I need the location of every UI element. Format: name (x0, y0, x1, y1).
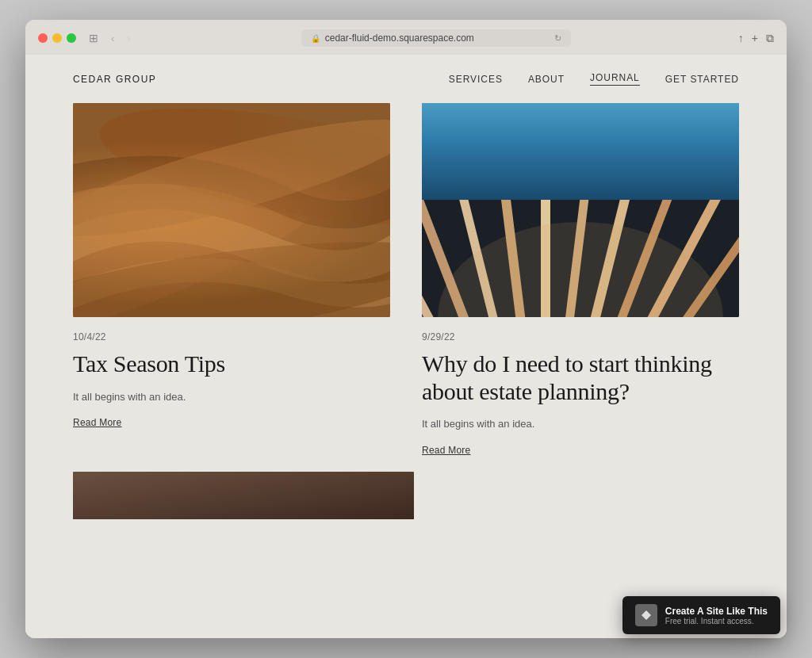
svg-point-3 (73, 221, 390, 317)
blog-excerpt-2: It all begins with an idea. (422, 416, 739, 432)
page-content: CEDAR GROUP SERVICES ABOUT JOURNAL GET S… (25, 55, 787, 638)
window-icon[interactable]: ⊞ (86, 30, 102, 46)
back-button[interactable]: ‹ (108, 31, 117, 46)
site-nav: CEDAR GROUP SERVICES ABOUT JOURNAL GET S… (25, 55, 787, 103)
nav-services[interactable]: SERVICES (449, 74, 503, 85)
blog-excerpt-1: It all begins with an idea. (73, 389, 390, 405)
squarespace-banner[interactable]: Create A Site Like This Free trial. Inst… (622, 596, 780, 634)
nav-links: SERVICES ABOUT JOURNAL GET STARTED (449, 72, 739, 86)
partial-svg (73, 472, 414, 519)
estate-svg (422, 103, 739, 317)
address-bar[interactable]: 🔒 cedar-fluid-demo.squarespace.com ↻ (301, 29, 571, 47)
blog-title-2: Why do I need to start thinking about es… (422, 350, 739, 405)
maximize-button[interactable] (67, 33, 76, 43)
blog-card-1: 10/4/22 Tax Season Tips It all begins wi… (73, 103, 390, 456)
nav-get-started[interactable]: GET STARTED (665, 74, 739, 85)
estate-image (422, 103, 739, 317)
squarespace-icon (635, 604, 657, 626)
svg-point-2 (91, 103, 390, 248)
nav-journal[interactable]: JOURNAL (590, 72, 640, 86)
url-text: cedar-fluid-demo.squarespace.com (325, 33, 474, 44)
lock-icon: 🔒 (311, 34, 320, 43)
tax-image (73, 103, 390, 317)
reload-icon[interactable]: ↻ (554, 33, 561, 44)
site-logo[interactable]: CEDAR GROUP (73, 74, 156, 85)
svg-rect-0 (73, 103, 390, 317)
tax-svg (73, 103, 390, 317)
blog-image-1[interactable] (73, 103, 390, 317)
browser-window: ⊞ ‹ › 🔒 cedar-fluid-demo.squarespace.com… (25, 20, 787, 638)
blog-image-2[interactable] (422, 103, 739, 317)
squarespace-text: Create A Site Like This Free trial. Inst… (665, 606, 768, 625)
svg-point-1 (73, 105, 366, 317)
nav-controls: ⊞ ‹ › (86, 30, 134, 46)
blog-title-1: Tax Season Tips (73, 350, 390, 378)
blog-date-2: 9/29/22 (422, 331, 739, 342)
chrome-right-controls: ↑ + ⧉ (738, 32, 774, 45)
blog-grid: 10/4/22 Tax Season Tips It all begins wi… (25, 103, 787, 488)
traffic-lights (38, 33, 76, 43)
tabs-icon[interactable]: ⧉ (766, 32, 774, 45)
partial-image (73, 472, 414, 519)
share-icon[interactable]: ↑ (738, 32, 744, 44)
blog-card-2: 9/29/22 Why do I need to start thinking … (422, 103, 739, 456)
sq-logo-svg (640, 609, 653, 622)
svg-rect-4 (422, 103, 739, 206)
nav-about[interactable]: ABOUT (528, 74, 565, 85)
browser-chrome: ⊞ ‹ › 🔒 cedar-fluid-demo.squarespace.com… (25, 20, 787, 55)
sq-main-text: Create A Site Like This (665, 606, 768, 617)
svg-rect-20 (73, 472, 414, 519)
sq-sub-text: Free trial. Instant access. (665, 617, 768, 625)
blog-date-1: 10/4/22 (73, 331, 390, 342)
minimize-button[interactable] (52, 33, 62, 43)
read-more-2[interactable]: Read More (422, 445, 739, 456)
forward-button[interactable]: › (124, 31, 133, 46)
new-tab-icon[interactable]: + (752, 32, 758, 44)
read-more-1[interactable]: Read More (73, 417, 390, 428)
close-button[interactable] (38, 33, 48, 43)
partial-card (25, 472, 787, 519)
address-bar-container: 🔒 cedar-fluid-demo.squarespace.com ↻ (144, 29, 729, 47)
